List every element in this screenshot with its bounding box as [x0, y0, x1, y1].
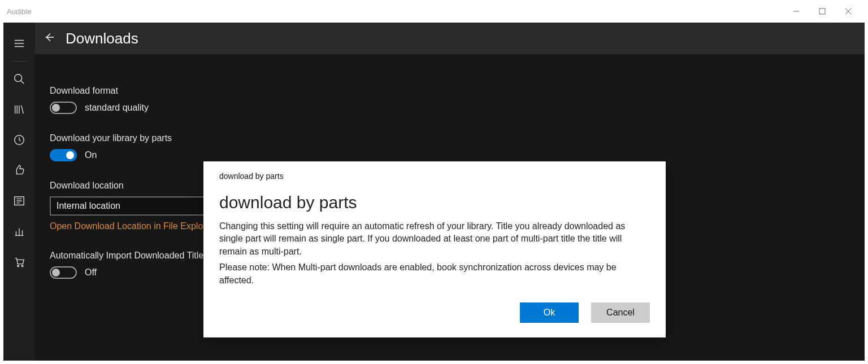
sidebar	[3, 23, 35, 361]
news-icon[interactable]	[3, 186, 35, 216]
download-by-parts-dialog: download by parts download by parts Chan…	[203, 161, 666, 337]
svg-rect-0	[819, 8, 825, 14]
svg-point-5	[21, 265, 23, 267]
download-by-parts-state: On	[85, 150, 97, 160]
dialog-actions: Ok Cancel	[219, 302, 650, 323]
cart-icon[interactable]	[3, 247, 35, 277]
clock-icon[interactable]	[3, 125, 35, 155]
cancel-button[interactable]: Cancel	[591, 302, 650, 323]
window-close-button[interactable]	[835, 2, 861, 20]
window-minimize-button[interactable]	[783, 2, 809, 20]
dialog-title: download by parts	[219, 193, 650, 212]
auto-import-toggle[interactable]	[50, 266, 77, 279]
dialog-body-2: Please note: When Multi-part downloads a…	[219, 261, 650, 287]
window-title: Audible	[7, 7, 31, 16]
sidebar-separator	[11, 61, 27, 62]
svg-point-4	[18, 265, 19, 267]
download-format-label: Download format	[50, 86, 865, 96]
window-titlebar: Audible	[0, 0, 868, 23]
auto-import-state: Off	[85, 267, 97, 278]
thumbs-up-icon[interactable]	[3, 155, 35, 186]
library-icon[interactable]	[3, 94, 35, 125]
dialog-small-title: download by parts	[219, 172, 650, 181]
back-button[interactable]	[43, 31, 55, 46]
search-icon[interactable]	[3, 64, 35, 94]
download-by-parts-label: Download your library by parts	[50, 133, 865, 143]
ok-button[interactable]: Ok	[520, 302, 579, 323]
svg-point-1	[15, 74, 22, 82]
page-header: Downloads	[35, 23, 865, 54]
open-download-location-link[interactable]: Open Download Location in File Explorer	[50, 221, 214, 231]
stats-icon[interactable]	[3, 216, 35, 247]
dialog-body-1: Changing this setting will require an au…	[219, 220, 650, 258]
download-format-state: standard quality	[85, 103, 149, 113]
download-by-parts-toggle[interactable]	[50, 149, 77, 161]
window-maximize-button[interactable]	[809, 2, 835, 20]
page-title: Downloads	[66, 30, 138, 47]
hamburger-menu-icon[interactable]	[3, 28, 35, 59]
download-format-toggle[interactable]	[50, 102, 77, 114]
download-location-value: Internal location	[57, 201, 120, 211]
